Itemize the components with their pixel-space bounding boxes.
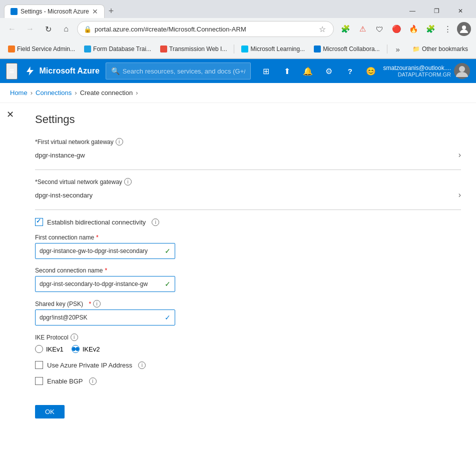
help-icon[interactable]: ?	[341, 62, 359, 80]
notifications-bell-icon[interactable]: 🔔	[299, 62, 317, 80]
psk-value: dpgr!inst@20PSK	[40, 314, 88, 321]
portal-menu-icon[interactable]: ⊞	[257, 62, 275, 80]
other-bookmarks[interactable]: 📁 Other bookmarks	[408, 44, 472, 54]
bookmark-form-label: Form Database Trai...	[93, 46, 151, 52]
bookmark-fs-label: Field Service Admin...	[17, 46, 75, 52]
user-avatar[interactable]	[454, 63, 470, 79]
breadcrumb-sep-1: ›	[31, 89, 33, 96]
browser-avatar[interactable]	[457, 22, 471, 36]
second-vnet-info-icon[interactable]: i	[124, 178, 132, 186]
feedback-emoji-icon[interactable]: 😊	[362, 62, 380, 80]
browser-menu-icon[interactable]: ⋮	[440, 22, 455, 36]
ike-radio-options: IKEv1 IKEv2	[35, 345, 461, 353]
private-ip-checkbox[interactable]	[35, 361, 43, 369]
adblock-icon[interactable]: 🔴	[389, 22, 404, 36]
ike-info-icon[interactable]: i	[71, 334, 78, 341]
ike-group: IKE Protocol i IKEv1 IKEv2	[35, 334, 461, 353]
extensions-puzzle-icon[interactable]: 🧩	[423, 22, 438, 36]
first-connection-check-icon: ✓	[165, 247, 171, 255]
extensions-icon[interactable]: 🧩	[338, 22, 353, 36]
first-connection-label: First connection name *	[35, 234, 461, 241]
bidirectional-checkbox[interactable]: ✓	[35, 218, 43, 226]
second-connection-label: Second connection name *	[35, 267, 461, 274]
psk-label-text: Shared key (PSK)	[35, 300, 83, 308]
checkbox-check-icon: ✓	[36, 217, 42, 224]
first-connection-input[interactable]: dpgr-instance-gw-to-dpgr-inst-secondary …	[35, 243, 175, 259]
bookmark-ms-icon	[241, 46, 248, 52]
azure-logo-icon	[24, 65, 36, 77]
user-domain: DATAPLATFORM.GR	[398, 72, 451, 78]
minimize-button[interactable]: —	[401, 4, 424, 18]
active-tab[interactable]: Settings - Microsoft Azure ✕	[4, 4, 105, 18]
main-content: ✕ Settings *First virtual network gatewa…	[0, 103, 476, 463]
tab-favicon	[11, 8, 18, 15]
window-controls: — ❐ ✕	[401, 4, 472, 18]
bookmark-ms-collab[interactable]: Microsoft Collabora...	[310, 44, 383, 54]
close-panel: ✕	[0, 103, 20, 463]
ok-button[interactable]: OK	[35, 405, 65, 418]
bookmark-trans-label: Transmission Web I...	[169, 46, 227, 52]
fire-icon[interactable]: 🔥	[406, 22, 421, 36]
first-vnet-value: dpgr-instance-gw	[35, 152, 85, 159]
more-bookmarks-button[interactable]: »	[390, 42, 405, 56]
home-button[interactable]: ⌂	[59, 22, 73, 36]
refresh-button[interactable]: ↻	[41, 22, 55, 36]
ikev1-label: IKEv1	[46, 346, 64, 353]
profile-warning-icon[interactable]: ⚠	[355, 22, 370, 36]
first-vnet-row[interactable]: dpgr-instance-gw ›	[35, 148, 461, 162]
second-connection-group: Second connection name * dpgr-inst-secon…	[35, 267, 461, 292]
user-info[interactable]: smatzouranis@outlook.... DATAPLATFORM.GR	[383, 64, 451, 78]
address-text[interactable]: portal.azure.com/#create/Microsoft.Conne…	[95, 26, 314, 33]
azure-search-input[interactable]	[123, 68, 246, 75]
private-ip-info-icon[interactable]: i	[138, 362, 146, 369]
settings-gear-icon[interactable]: ⚙	[320, 62, 338, 80]
bgp-checkbox-row: Enable BGP i	[35, 377, 461, 385]
bookmark-field-service[interactable]: Field Service Admin...	[4, 44, 79, 54]
second-vnet-arrow-icon: ›	[458, 190, 461, 200]
browser-chrome: Settings - Microsoft Azure ✕ + — ❐ ✕ ← →…	[0, 0, 476, 59]
azure-logo: Microsoft Azure	[24, 65, 100, 77]
ikev1-option[interactable]: IKEv1	[35, 345, 64, 353]
bgp-checkbox[interactable]	[35, 377, 43, 385]
search-icon: 🔍	[111, 67, 120, 75]
second-connection-input[interactable]: dpgr-inst-secondary-to-dpgr-instance-gw …	[35, 276, 175, 292]
psk-check-icon: ✓	[165, 314, 171, 322]
psk-info-icon[interactable]: i	[93, 300, 101, 308]
first-connection-required: *	[96, 234, 99, 241]
azure-topbar: ≡ Microsoft Azure 🔍 ⊞ ⬆ 🔔 ⚙ ? 😊 smatzour…	[0, 59, 476, 83]
settings-title: Settings	[35, 113, 461, 126]
first-vnet-label-text: *First virtual network gateway	[35, 138, 114, 146]
shield-icon[interactable]: 🛡	[372, 22, 387, 36]
address-bar-row: ← → ↻ ⌂ 🔒 portal.azure.com/#create/Micro…	[0, 18, 476, 40]
first-vnet-info-icon[interactable]: i	[116, 138, 123, 146]
folder-icon: 📁	[412, 46, 420, 52]
second-vnet-row[interactable]: dpgr-inst-secondary ›	[35, 188, 461, 202]
bookmark-separator-2	[387, 44, 387, 54]
close-settings-button[interactable]: ✕	[5, 107, 16, 122]
forward-button[interactable]: →	[23, 22, 37, 36]
other-bookmarks-label: Other bookmarks	[422, 46, 468, 52]
bookmark-star-button[interactable]: ☆	[317, 24, 327, 34]
azure-search-bar[interactable]: 🔍	[106, 62, 251, 80]
new-tab-button[interactable]: +	[107, 6, 116, 16]
hamburger-menu-button[interactable]: ≡	[6, 63, 18, 80]
ikev1-radio-circle	[35, 345, 43, 353]
bidirectional-label: Establish bidirectional connectivity	[47, 218, 146, 226]
tab-close-button[interactable]: ✕	[92, 8, 98, 15]
second-connection-value: dpgr-inst-secondary-to-dpgr-instance-gw	[40, 280, 148, 288]
bgp-info-icon[interactable]: i	[89, 378, 97, 385]
breadcrumb-current: Create connection	[80, 89, 133, 96]
restore-button[interactable]: ❐	[425, 4, 448, 18]
back-button[interactable]: ←	[5, 22, 19, 36]
bookmark-form-database[interactable]: Form Database Trai...	[80, 44, 155, 54]
first-connection-label-text: First connection name	[35, 234, 94, 241]
psk-input[interactable]: dpgr!inst@20PSK ✓	[35, 310, 175, 326]
bookmark-transmission-web[interactable]: Transmission Web I...	[156, 44, 231, 54]
breadcrumb-home-link[interactable]: Home	[10, 89, 28, 96]
close-button[interactable]: ✕	[449, 4, 472, 18]
cloud-upload-icon[interactable]: ⬆	[278, 62, 296, 80]
breadcrumb-connections-link[interactable]: Connections	[36, 89, 72, 96]
bookmark-ms-learning[interactable]: Microsoft Learning...	[237, 44, 309, 54]
bidirectional-info-icon[interactable]: i	[152, 218, 159, 226]
ikev2-option[interactable]: IKEv2	[72, 345, 100, 353]
